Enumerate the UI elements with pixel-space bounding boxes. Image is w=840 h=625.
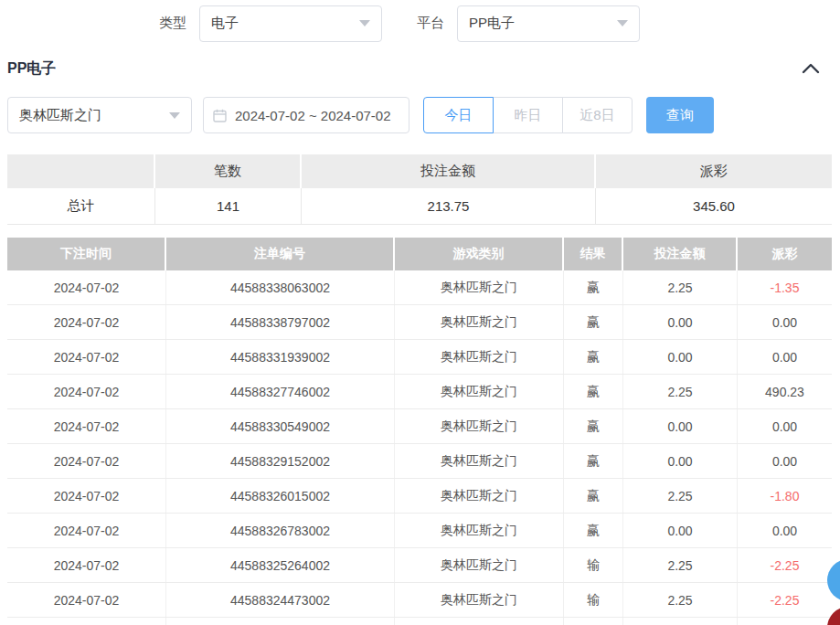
- cell-amount: 0.00: [623, 340, 738, 374]
- bets-rows: 2024-07-0244588338063002奥林匹斯之门赢2.25-1.35…: [7, 270, 832, 618]
- cell-amount: 0.00: [623, 444, 738, 478]
- summary-count: 141: [155, 188, 302, 224]
- summary-bet-amount: 213.75: [302, 188, 596, 224]
- cell-id: 44588327746002: [166, 375, 395, 408]
- table-row: 2024-07-0244588326783002奥林匹斯之门赢0.000.00: [7, 514, 832, 548]
- type-select-value: 电子: [211, 15, 239, 32]
- cell-id: 44588331939002: [166, 340, 395, 374]
- bets-header-cell: 游戏类别: [395, 238, 564, 270]
- cell-amount: 2.25: [623, 583, 738, 617]
- cell-date: 2024-07-02: [7, 375, 166, 408]
- cell-result: 赢: [564, 375, 623, 408]
- game-select[interactable]: 奥林匹斯之门: [7, 97, 192, 133]
- cell-result: 赢: [564, 514, 623, 547]
- table-row: 2024-07-0244588325264002奥林匹斯之门输2.25-2.25: [7, 548, 832, 583]
- table-row: 2024-07-0244588330549002奥林匹斯之门赢0.000.00: [7, 409, 832, 444]
- cell-id: 44588338063002: [166, 270, 395, 304]
- cell-id: 44588326783002: [166, 514, 395, 547]
- table-row-partial: [7, 618, 832, 625]
- bets-header-row: 下注时间注单编号游戏类别结果投注金额派彩: [7, 238, 832, 270]
- cell-game: 奥林匹斯之门: [395, 409, 564, 443]
- cell-id: 44588330549002: [166, 409, 395, 443]
- cell-game: 奥林匹斯之门: [395, 375, 564, 408]
- cell-payout: 0.00: [738, 305, 832, 339]
- summary-header-cell: [7, 154, 155, 188]
- type-select[interactable]: 电子: [199, 5, 382, 42]
- cell-amount: 0.00: [623, 514, 738, 547]
- filter-row: 奥林匹斯之门 2024-07-02 ~ 2024-07-02 今日昨日近8日 查…: [7, 97, 840, 133]
- cell-id: 44588324473002: [166, 583, 395, 617]
- cell-id: 44588326015002: [166, 479, 395, 513]
- summary-header-cell: 派彩: [596, 154, 832, 188]
- cell-payout: 0.00: [738, 444, 832, 478]
- bets-header-cell: 下注时间: [7, 238, 166, 270]
- quick-filter-group: 今日昨日近8日: [423, 97, 633, 133]
- section-header: PP电子: [0, 58, 840, 79]
- summary-header-cell: 投注金额: [302, 154, 596, 188]
- cell-date: 2024-07-02: [7, 548, 166, 582]
- cell-amount: 2.25: [623, 375, 738, 408]
- cell-date: 2024-07-02: [7, 270, 166, 304]
- date-range-input[interactable]: 2024-07-02 ~ 2024-07-02: [203, 97, 409, 133]
- cell-id: 44588338797002: [166, 305, 395, 339]
- cell-amount: 2.25: [623, 270, 738, 304]
- cell-payout: -1.80: [738, 479, 832, 513]
- table-row: 2024-07-0244588327746002奥林匹斯之门赢2.25490.2…: [7, 375, 832, 409]
- bets-header-cell: 结果: [564, 238, 623, 270]
- bets-header-cell: 注单编号: [166, 238, 395, 270]
- top-filter-bar: 类型 电子 平台 PP电子: [0, 0, 840, 42]
- cell-payout: -2.25: [738, 548, 832, 582]
- date-range-value: 2024-07-02 ~ 2024-07-02: [235, 108, 391, 123]
- cell-amount: 0.00: [623, 305, 738, 339]
- summary-table: 笔数投注金额派彩 总计 141 213.75 345.60: [7, 154, 832, 225]
- cell-game: 奥林匹斯之门: [395, 270, 564, 304]
- cell-game: 奥林匹斯之门: [395, 444, 564, 478]
- cell-id: 44588329152002: [166, 444, 395, 478]
- bets-header-cell: 派彩: [738, 238, 832, 270]
- collapse-chevron-up-icon[interactable]: [802, 63, 820, 74]
- summary-total-row: 总计 141 213.75 345.60: [7, 188, 832, 225]
- cell-game: 奥林匹斯之门: [395, 479, 564, 513]
- bets-header-cell: 投注金额: [623, 238, 738, 270]
- cell-amount: 0.00: [623, 409, 738, 443]
- chevron-down-icon: [359, 20, 370, 26]
- cell-result: 输: [564, 548, 623, 582]
- summary-header-cell: 笔数: [155, 154, 302, 188]
- search-button[interactable]: 查询: [646, 97, 714, 133]
- cell-game: 奥林匹斯之门: [395, 340, 564, 374]
- quick-filter-button-1[interactable]: 昨日: [493, 97, 563, 133]
- cell-amount: 2.25: [623, 479, 738, 513]
- quick-filter-button-2[interactable]: 近8日: [562, 97, 633, 133]
- cell-payout: -1.35: [738, 270, 832, 304]
- cell-payout: 0.00: [738, 409, 832, 443]
- cell-date: 2024-07-02: [7, 583, 166, 617]
- cell-date: 2024-07-02: [7, 444, 166, 478]
- quick-filter-button-0[interactable]: 今日: [423, 97, 494, 133]
- cell-game: 奥林匹斯之门: [395, 305, 564, 339]
- summary-payout: 345.60: [596, 188, 832, 224]
- table-row: 2024-07-0244588338797002奥林匹斯之门赢0.000.00: [7, 305, 832, 340]
- cell-payout: 490.23: [738, 375, 832, 408]
- table-row: 2024-07-0244588324473002奥林匹斯之门输2.25-2.25: [7, 583, 832, 618]
- cell-result: 赢: [564, 305, 623, 339]
- summary-total-label: 总计: [7, 188, 155, 224]
- cell-payout: 0.00: [738, 514, 832, 547]
- table-row: 2024-07-0244588329152002奥林匹斯之门赢0.000.00: [7, 444, 832, 479]
- game-select-value: 奥林匹斯之门: [19, 107, 101, 124]
- table-row: 2024-07-0244588326015002奥林匹斯之门赢2.25-1.80: [7, 479, 832, 514]
- calendar-icon: [213, 109, 227, 122]
- summary-header-row: 笔数投注金额派彩: [7, 154, 832, 188]
- bets-table: 下注时间注单编号游戏类别结果投注金额派彩 2024-07-02445883380…: [7, 238, 832, 625]
- type-label: 类型: [159, 15, 186, 32]
- cell-payout: 0.00: [738, 340, 832, 374]
- cell-date: 2024-07-02: [7, 514, 166, 547]
- table-row: 2024-07-0244588331939002奥林匹斯之门赢0.000.00: [7, 340, 832, 375]
- cell-result: 赢: [564, 409, 623, 443]
- cell-amount: 2.25: [623, 548, 738, 582]
- cell-result: 输: [564, 583, 623, 617]
- platform-select[interactable]: PP电子: [457, 5, 640, 42]
- chevron-down-icon: [169, 112, 180, 119]
- cell-game: 奥林匹斯之门: [395, 548, 564, 582]
- cell-game: 奥林匹斯之门: [395, 514, 564, 547]
- cell-result: 赢: [564, 444, 623, 478]
